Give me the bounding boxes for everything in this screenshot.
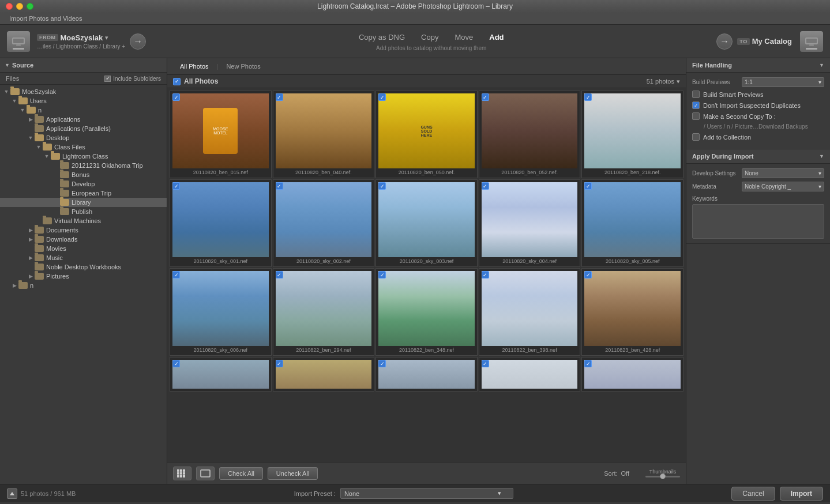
photo-cell[interactable]: ✓ 20110820_sky_006.nef [170, 268, 272, 356]
photo-checkbox[interactable]: ✓ [276, 360, 283, 367]
thumbnail-slider[interactable] [645, 476, 680, 477]
photo-cell[interactable]: ✓ 20110820_sky_004.nef [479, 179, 581, 267]
move-option[interactable]: Move [452, 32, 475, 43]
tree-item-pictures[interactable]: ▶ Pictures [0, 272, 167, 281]
tree-item-downloads[interactable]: ▶ Downloads [0, 235, 167, 244]
photo-checkbox[interactable]: ✓ [172, 360, 180, 367]
file-handling-header[interactable]: File Handling ▼ [686, 58, 830, 73]
photo-cell[interactable]: ✓ [581, 357, 683, 392]
photo-checkbox[interactable]: ✓ [378, 271, 386, 279]
tree-item-applications[interactable]: ▶ Applications [0, 115, 167, 124]
photo-checkbox[interactable]: ✓ [276, 182, 283, 190]
tab-new-photos[interactable]: New Photos [219, 61, 267, 72]
tree-item-documents[interactable]: ▶ Documents [0, 225, 167, 235]
tree-item-n-bottom[interactable]: ▶ n [0, 281, 167, 290]
import-button[interactable]: Import [780, 487, 823, 501]
tree-item-users[interactable]: ▼ Users [0, 96, 167, 106]
sort-value[interactable]: Off [621, 470, 629, 477]
photo-cell[interactable]: ✓ 20110820_ben_052.nef. [479, 91, 581, 178]
preset-select[interactable]: None ▾ [340, 488, 513, 499]
keywords-input[interactable] [692, 204, 824, 239]
metadata-select[interactable]: Noble Copyright _ ▾ [742, 182, 824, 191]
photo-checkbox[interactable]: ✓ [482, 93, 489, 101]
tab-all-photos[interactable]: All Photos [173, 61, 216, 72]
photo-cell[interactable]: ✓ 20110823_ben_428.nef [581, 268, 683, 356]
loupe-view-btn[interactable] [196, 467, 215, 480]
tree-item-music[interactable]: ▶ Music [0, 253, 167, 262]
photo-checkbox[interactable]: ✓ [482, 271, 489, 279]
tree-item-desktop[interactable]: ▼ Desktop [0, 133, 167, 142]
photo-cell[interactable]: ✓ [273, 357, 375, 392]
develop-settings-select[interactable]: None ▾ [742, 168, 824, 178]
maximize-button[interactable] [27, 3, 33, 10]
photo-cell[interactable]: ✓ [170, 357, 272, 392]
tree-item-lightroom-class[interactable]: ▼ Lightroom Class [0, 152, 167, 161]
tree-item-noble-workbooks[interactable]: Noble Desktop Workbooks [0, 262, 167, 272]
tree-item-library[interactable]: Library [0, 198, 167, 207]
minimize-button[interactable] [16, 3, 23, 10]
tree-item-class-files[interactable]: ▼ Class Files [0, 142, 167, 152]
photo-cell[interactable]: ✓ 20110820_ben_040.nef. [273, 91, 375, 178]
photo-cell[interactable]: ✓ [375, 357, 478, 392]
photo-checkbox[interactable]: ✓ [482, 360, 489, 367]
photo-cell[interactable]: ✓ 20110820_ben_218.nef. [581, 91, 683, 178]
svg-rect-2 [16, 44, 21, 46]
dest-arrow-btn[interactable]: → [716, 33, 733, 50]
copy-option[interactable]: Copy [419, 32, 441, 43]
photo-cell[interactable]: ✓ MOOSEMOTEL 20110820_ben_015.nef [170, 91, 272, 178]
photo-checkbox[interactable]: ✓ [584, 182, 592, 190]
photo-checkbox[interactable]: ✓ [172, 271, 180, 279]
photo-cell[interactable]: ✓ GUNSSOLDHERE 20110820_ben_050.nef. [375, 91, 478, 178]
tree-item-develop[interactable]: Develop [0, 179, 167, 189]
expand-btn[interactable] [7, 488, 17, 499]
dont-import-duplicates-checkbox[interactable]: ✓ [692, 101, 700, 109]
tree-item-european[interactable]: European Trip [0, 189, 167, 198]
photo-checkbox[interactable]: ✓ [584, 271, 592, 279]
source-arrow-btn[interactable]: → [130, 33, 146, 50]
photo-checkbox[interactable]: ✓ [584, 360, 592, 367]
make-second-copy-checkbox[interactable] [692, 112, 700, 120]
photo-cell[interactable]: ✓ [479, 357, 581, 392]
photo-cell[interactable]: ✓ 20110820_sky_003.nef [375, 179, 478, 267]
source-dropdown-icon[interactable]: ▾ [105, 34, 108, 42]
tree-item-oklahoma[interactable]: 20121231 Oklahoma Trip [0, 161, 167, 170]
photo-cell[interactable]: ✓ 20110820_sky_005.nef [581, 179, 683, 267]
photo-cell[interactable]: ✓ 20110820_sky_001.nef [170, 179, 272, 267]
photo-cell[interactable]: ✓ 20110822_ben_398.nef [479, 268, 581, 356]
source-panel-header[interactable]: ▼ Source [0, 58, 167, 73]
photo-checkbox[interactable]: ✓ [378, 93, 386, 101]
tree-item-bonus[interactable]: Bonus [0, 170, 167, 179]
add-to-collection-checkbox[interactable] [692, 133, 700, 141]
check-all-button[interactable]: Check All [219, 467, 263, 480]
build-previews-select[interactable]: 1:1 ▾ [742, 77, 824, 87]
photo-checkbox[interactable]: ✓ [584, 93, 592, 101]
photo-checkbox[interactable]: ✓ [378, 360, 386, 367]
count-dropdown-icon[interactable]: ▾ [677, 78, 680, 85]
grid-view-btn[interactable] [173, 467, 191, 480]
copy-as-dng-option[interactable]: Copy as DNG [356, 32, 407, 43]
tree-item-virtual-machines[interactable]: Virtual Machines [0, 216, 167, 225]
tree-item-publish[interactable]: Publish [0, 207, 167, 216]
tree-item-movies[interactable]: Movies [0, 244, 167, 253]
close-button[interactable] [6, 3, 13, 10]
build-smart-previews-checkbox[interactable] [692, 91, 700, 98]
tree-item-moeszyslak[interactable]: ▼ MoeSzyslak [0, 87, 167, 96]
cancel-button[interactable]: Cancel [731, 487, 775, 501]
apply-during-import-header[interactable]: Apply During Import ▼ [686, 149, 830, 164]
tree-item-n[interactable]: ▼ n [0, 106, 167, 115]
photo-checkbox[interactable]: ✓ [276, 271, 283, 279]
photo-cell[interactable]: ✓ 20110822_ben_294.nef [273, 268, 375, 356]
all-photos-checkbox[interactable]: ✓ [173, 78, 181, 85]
photo-cell[interactable]: ✓ 20110820_sky_002.nef [273, 179, 375, 267]
photo-cell[interactable]: ✓ 20110822_ben_348.nef [375, 268, 478, 356]
photo-checkbox[interactable]: ✓ [172, 182, 180, 190]
photo-checkbox[interactable]: ✓ [276, 93, 283, 101]
photo-checkbox[interactable]: ✓ [482, 182, 489, 190]
include-subfolders-checkbox[interactable] [104, 76, 111, 82]
photo-checkbox[interactable]: ✓ [378, 182, 386, 190]
photo-checkbox[interactable]: ✓ [172, 93, 180, 101]
uncheck-all-button[interactable]: Uncheck All [268, 467, 318, 480]
add-option[interactable]: Add [487, 32, 506, 43]
tree-item-applications-parallels[interactable]: Applications (Parallels) [0, 124, 167, 133]
thumbnail-slider-knob[interactable] [660, 473, 666, 479]
